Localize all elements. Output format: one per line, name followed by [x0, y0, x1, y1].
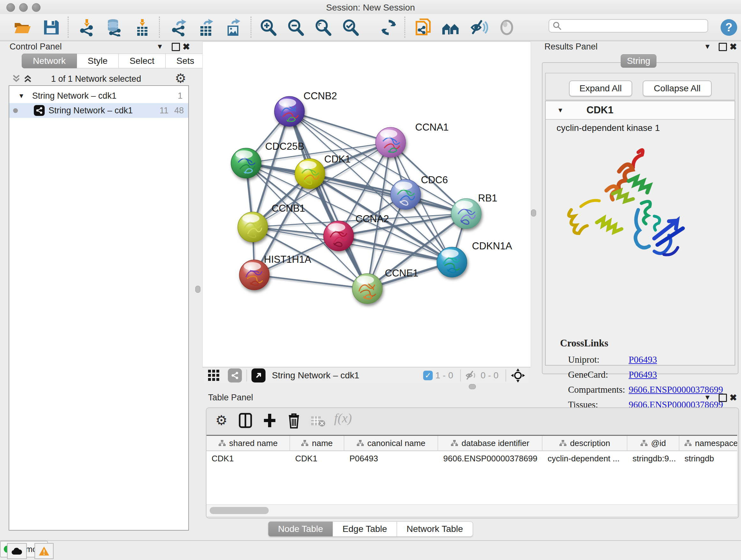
- refresh-icon[interactable]: [380, 18, 398, 37]
- column-header-shared-name[interactable]: shared name: [206, 436, 290, 450]
- node-RB1[interactable]: [451, 199, 481, 229]
- edge-CCNA2-CDKN1A[interactable]: [339, 236, 452, 262]
- crosslink-link[interactable]: P06493: [629, 354, 657, 365]
- node-CDC25B[interactable]: [231, 148, 261, 178]
- network-options-gear-icon[interactable]: ⚙: [175, 71, 186, 85]
- expand-all-button[interactable]: Expand All: [569, 80, 632, 97]
- zoom-in-icon[interactable]: [259, 18, 277, 37]
- tab-network-table[interactable]: Network Table: [397, 521, 473, 537]
- edge-HIST1H1A-CCNE1[interactable]: [254, 275, 367, 289]
- horizontal-splitter-handle[interactable]: [469, 384, 476, 389]
- node-CDC6[interactable]: [391, 179, 421, 209]
- export-table-icon[interactable]: [197, 18, 215, 37]
- column-header-database-identifier[interactable]: database identifier: [438, 436, 542, 450]
- birdseye-view-button[interactable]: [252, 368, 266, 382]
- tab-string[interactable]: String: [621, 54, 657, 68]
- edge-CCNB2-CCNA1[interactable]: [289, 111, 391, 142]
- table-cell[interactable]: 9606.ENSP00000378699: [438, 454, 542, 463]
- share-network-button[interactable]: [228, 368, 242, 382]
- node-CCNA2[interactable]: [324, 221, 354, 251]
- node-CCNE1[interactable]: [352, 273, 382, 304]
- delete-table-icon[interactable]: [311, 416, 325, 427]
- table-row[interactable]: CDK1CDK1P064939606.ENSP00000378699cyclin…: [206, 451, 737, 466]
- node-CDK1[interactable]: [295, 159, 325, 189]
- right-splitter-handle[interactable]: [531, 209, 536, 216]
- zoom-selected-icon[interactable]: [341, 18, 359, 37]
- gene-expander-icon[interactable]: ▼: [557, 107, 563, 114]
- string-home-icon[interactable]: [442, 18, 460, 37]
- control-panel-close-icon[interactable]: ✖: [183, 42, 190, 52]
- tab-style[interactable]: Style: [77, 54, 119, 68]
- export-network-icon[interactable]: [171, 18, 188, 37]
- table-horizontal-scrollbar[interactable]: [206, 504, 737, 516]
- search-field[interactable]: [549, 19, 708, 33]
- table-panel-float-icon[interactable]: [719, 394, 727, 403]
- column-header-canonical-name[interactable]: canonical name: [344, 436, 438, 450]
- network-row-selected[interactable]: String Network – cdk1 11 48: [9, 103, 188, 118]
- control-panel-float-icon[interactable]: [172, 43, 180, 52]
- share-document-icon[interactable]: [414, 18, 432, 37]
- table-cell[interactable]: P06493: [344, 454, 438, 463]
- toolbar-separator: [460, 369, 461, 381]
- node-CCNA1[interactable]: [376, 127, 406, 158]
- control-panel-collapse-icon[interactable]: ▼: [156, 43, 163, 51]
- search-input[interactable]: [562, 21, 700, 31]
- zoom-fit-icon[interactable]: [314, 18, 332, 37]
- network-view-toolbar: String Network – cdk1 ✓ 1 - 0 0 - 0: [202, 367, 530, 383]
- export-image-icon[interactable]: [224, 18, 242, 37]
- warnings-button[interactable]: [35, 543, 54, 559]
- help-icon[interactable]: ?: [720, 18, 738, 37]
- table-panel-close-icon[interactable]: ✖: [730, 392, 737, 403]
- left-splitter-handle[interactable]: [195, 286, 200, 293]
- table-panel-collapse-icon[interactable]: ▼: [704, 393, 711, 401]
- import-network-database-icon[interactable]: [105, 18, 123, 37]
- zoom-out-icon[interactable]: [286, 18, 305, 37]
- results-panel-float-icon[interactable]: [719, 43, 727, 52]
- import-table-file-icon[interactable]: [133, 18, 151, 37]
- hide-labels-icon[interactable]: [470, 18, 488, 37]
- collapse-all-button[interactable]: Collapse All: [643, 80, 712, 97]
- delete-column-icon[interactable]: [287, 413, 301, 429]
- selected-nodes-checkbox[interactable]: ✓: [423, 371, 433, 380]
- node-CCNB1[interactable]: [238, 212, 268, 242]
- expand-all-tree-icon[interactable]: [11, 73, 21, 84]
- table-cell[interactable]: CDK1: [206, 454, 290, 463]
- tab-edge-table[interactable]: Edge Table: [333, 521, 397, 537]
- tab-select[interactable]: Select: [119, 54, 165, 68]
- node-CDKN1A[interactable]: [437, 247, 467, 277]
- network-collection-row[interactable]: ▼ String Network – cdk1 1: [9, 88, 188, 103]
- open-session-icon[interactable]: [13, 18, 31, 37]
- crosslinks-title: CrossLinks: [560, 337, 608, 349]
- table-settings-gear-icon[interactable]: ⚙: [215, 413, 227, 428]
- results-panel-collapse-icon[interactable]: ▼: [704, 43, 711, 51]
- gene-entry-header[interactable]: ▼ CDK1: [546, 101, 735, 120]
- table-cell[interactable]: cyclin-dependent ...: [542, 454, 627, 463]
- table-cell[interactable]: CDK1: [290, 454, 344, 463]
- node-CCNB2[interactable]: [274, 97, 305, 126]
- column-header-name[interactable]: name: [290, 436, 344, 450]
- cloud-button[interactable]: [7, 543, 27, 559]
- tab-sets[interactable]: Sets: [165, 54, 205, 68]
- show-columns-icon[interactable]: [239, 413, 253, 428]
- crosslink-link[interactable]: P06493: [629, 369, 657, 380]
- tab-node-table[interactable]: Node Table: [268, 521, 333, 537]
- grid-view-icon[interactable]: [207, 368, 221, 382]
- tree-expander-icon[interactable]: ▼: [18, 92, 24, 100]
- table-cell[interactable]: stringdb: [679, 454, 737, 463]
- add-column-icon[interactable]: [263, 413, 277, 428]
- save-session-icon[interactable]: [42, 18, 60, 37]
- table-cell[interactable]: stringdb:9...: [627, 454, 679, 463]
- import-network-file-icon[interactable]: [78, 18, 96, 37]
- results-panel-close-icon[interactable]: ✖: [730, 42, 737, 52]
- collapse-all-tree-icon[interactable]: [23, 73, 32, 84]
- column-header--id[interactable]: @id: [627, 436, 679, 450]
- network-view-title: String Network – cdk1: [272, 370, 359, 381]
- column-header-namespace[interactable]: namespace: [679, 436, 737, 450]
- tab-network[interactable]: Network: [22, 54, 77, 68]
- column-header-description[interactable]: description: [542, 436, 627, 450]
- scrollbar-thumb[interactable]: [210, 507, 269, 514]
- show-glass-icon[interactable]: [498, 18, 516, 37]
- fit-selected-crosshair-icon[interactable]: [511, 368, 525, 383]
- network-canvas[interactable]: CCNB2CCNA1CDC25BCDK1CDC6RB1CCNB1CCNA2CDK…: [202, 42, 531, 368]
- results-buttons-card: Expand All Collapse All: [545, 73, 735, 100]
